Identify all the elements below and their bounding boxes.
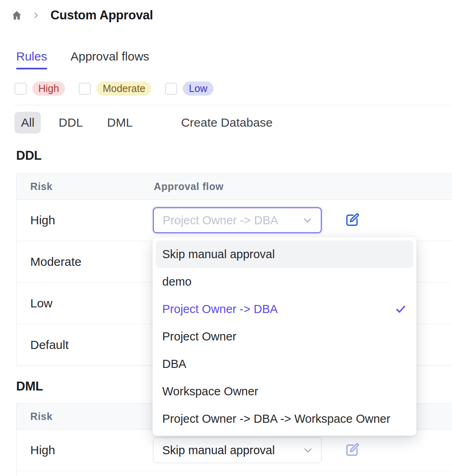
- dropdown-item-workspace-owner[interactable]: Workspace Owner: [156, 378, 413, 405]
- category-tab-ddl[interactable]: DDL: [52, 112, 89, 134]
- category-tab-create-database[interactable]: Create Database: [175, 112, 279, 134]
- risk-label: Low: [17, 296, 153, 310]
- risk-filter-bar: High Moderate Low: [15, 81, 227, 96]
- breadcrumb: Custom Approval: [11, 8, 153, 23]
- risk-label: High: [17, 443, 153, 457]
- approval-flow-column-header: Approval flow: [153, 181, 452, 192]
- table-row-dml-high: High Skip manual approval: [17, 430, 452, 471]
- moderate-risk-badge[interactable]: Moderate: [96, 81, 151, 96]
- dropdown-item-project-owner-dba[interactable]: Project Owner -> DBA: [156, 295, 413, 323]
- dml-high-edit-flow-button[interactable]: [344, 442, 360, 458]
- custom-approval-page: Custom Approval Rules Approval flows Hig…: [0, 0, 452, 476]
- edit-pencil-icon: [344, 212, 360, 229]
- dropdown-item-dba[interactable]: DBA: [156, 350, 413, 378]
- risk-label: Moderate: [17, 255, 153, 269]
- category-filter-bar: All DDL DML Create Database: [15, 112, 279, 134]
- tab-approval-flows-label: Approval flows: [71, 49, 149, 64]
- tab-rules[interactable]: Rules: [16, 49, 47, 69]
- tab-approval-flows[interactable]: Approval flows: [71, 49, 149, 69]
- home-icon[interactable]: [11, 10, 22, 21]
- moderate-risk-checkbox[interactable]: [79, 83, 91, 95]
- tab-bar: Rules Approval flows: [16, 49, 149, 69]
- chevron-down-icon: [302, 444, 314, 456]
- dropdown-item-project-owner-dba-workspace-owner[interactable]: Project Owner -> DBA -> Workspace Owner: [156, 405, 413, 432]
- low-risk-badge[interactable]: Low: [183, 81, 213, 96]
- dropdown-item-project-owner[interactable]: Project Owner: [156, 323, 413, 350]
- high-risk-badge[interactable]: High: [32, 81, 65, 96]
- select-value: Skip manual approval: [162, 444, 298, 457]
- edit-pencil-icon: [344, 442, 360, 459]
- table-row-ddl-high: High Project Owner -> DBA: [17, 200, 452, 241]
- risk-column-header: Risk: [17, 411, 153, 422]
- dropdown-item-label: Project Owner -> DBA: [162, 303, 278, 316]
- low-risk-checkbox[interactable]: [165, 83, 177, 95]
- risk-label: High: [17, 213, 153, 227]
- select-value: Project Owner -> DBA: [163, 214, 297, 227]
- category-tab-dml[interactable]: DML: [100, 112, 139, 134]
- filter-divider: [15, 105, 452, 105]
- ddl-section-title: DDL: [16, 148, 42, 163]
- filter-group-moderate: Moderate: [79, 81, 151, 96]
- tab-rules-label: Rules: [16, 49, 47, 64]
- ddl-high-edit-flow-button[interactable]: [344, 212, 360, 228]
- chevron-down-icon: [301, 214, 314, 226]
- filter-group-high: High: [15, 81, 65, 96]
- page-title: Custom Approval: [50, 8, 153, 23]
- dropdown-item-demo[interactable]: demo: [156, 268, 413, 295]
- approval-flow-dropdown-menu: Skip manual approval demo Project Owner …: [153, 237, 416, 436]
- filter-group-low: Low: [165, 81, 213, 96]
- tab-active-underline: [16, 68, 47, 69]
- dml-high-approval-flow-select[interactable]: Skip manual approval: [153, 437, 322, 463]
- check-icon: [395, 303, 407, 315]
- chevron-right-icon: [32, 11, 40, 19]
- risk-column-header: Risk: [17, 181, 153, 192]
- dropdown-item-skip-manual-approval[interactable]: Skip manual approval: [156, 240, 413, 268]
- high-risk-checkbox[interactable]: [15, 83, 27, 95]
- ddl-table-header: Risk Approval flow: [17, 174, 452, 200]
- risk-label: Default: [17, 338, 153, 352]
- category-tab-all[interactable]: All: [15, 112, 41, 134]
- dml-section-title: DML: [16, 379, 43, 394]
- ddl-high-approval-flow-select[interactable]: Project Owner -> DBA: [153, 207, 322, 233]
